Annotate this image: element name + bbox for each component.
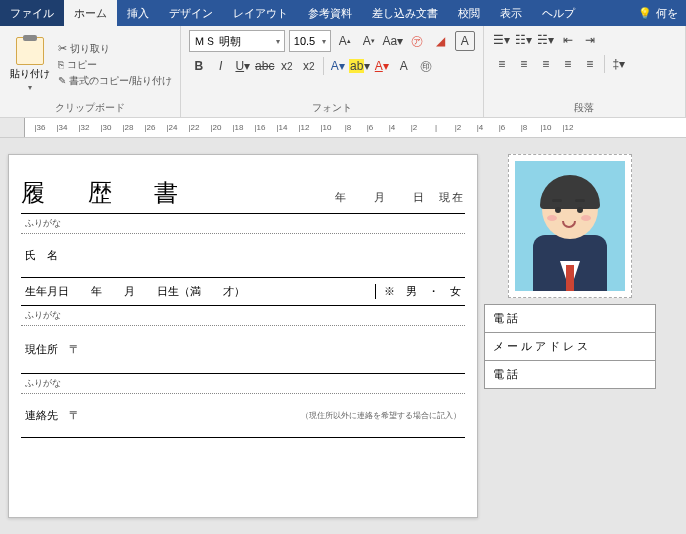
align-right-button[interactable]: ≡: [536, 54, 556, 74]
align-left-button[interactable]: ≡: [492, 54, 512, 74]
paste-button[interactable]: 貼り付け ▾: [8, 30, 52, 99]
decrease-indent-button[interactable]: ⇤: [558, 30, 578, 50]
contact-row: 連絡先 〒（現住所以外に連絡を希望する場合に記入）: [21, 394, 465, 438]
birth-row: 生年月日年月日生（満才） ※ 男 ・ 女: [21, 278, 465, 306]
tab-layout[interactable]: レイアウト: [223, 0, 298, 26]
document-area[interactable]: 履 歴 書 年 月 日 現在 ふりがな 氏 名 生年月日年月日生（満才） ※ 男…: [0, 138, 686, 534]
chevron-down-icon: ▾: [28, 83, 32, 92]
clipboard-label: クリップボード: [8, 99, 172, 115]
tab-design[interactable]: デザイン: [159, 0, 223, 26]
furigana-row-2: ふりがな: [21, 306, 465, 326]
multilevel-button[interactable]: ☵▾: [536, 30, 556, 50]
address-row: 現住所 〒: [21, 326, 465, 374]
tab-view[interactable]: 表示: [490, 0, 532, 26]
furigana-row-3: ふりがな: [21, 374, 465, 394]
align-center-button[interactable]: ≡: [514, 54, 534, 74]
tab-file[interactable]: ファイル: [0, 0, 64, 26]
justify-button[interactable]: ≡: [558, 54, 578, 74]
brush-icon: ✎: [58, 75, 66, 86]
tab-mailings[interactable]: 差し込み文書: [362, 0, 448, 26]
char-border-button[interactable]: A: [455, 31, 475, 51]
group-font: ＭＳ 明朝▾ 10.5▾ A▴ A▾ Aa▾ ㋐ ◢ A B I U▾ abc …: [181, 26, 484, 117]
char-shading-button[interactable]: A: [394, 56, 414, 76]
tab-home[interactable]: ホーム: [64, 0, 117, 26]
group-clipboard: 貼り付け ▾ ✂切り取り ⎘コピー ✎書式のコピー/貼り付け クリップボード: [0, 26, 181, 117]
chevron-down-icon: ▾: [276, 37, 280, 46]
ribbon: 貼り付け ▾ ✂切り取り ⎘コピー ✎書式のコピー/貼り付け クリップボード Ｍ…: [0, 26, 686, 118]
mail-row: メールアドレス: [485, 333, 655, 361]
copy-button[interactable]: ⎘コピー: [58, 58, 172, 72]
group-paragraph: ☰▾ ☷▾ ☵▾ ⇤ ⇥ ≡ ≡ ≡ ≡ ≡ ‡▾ 段落: [484, 26, 686, 117]
paste-icon: [16, 37, 44, 65]
tel-row-2: 電話: [485, 361, 655, 388]
phonetic-guide-button[interactable]: ㋐: [407, 31, 427, 51]
increase-indent-button[interactable]: ⇥: [580, 30, 600, 50]
menu-tabs: ファイル ホーム 挿入 デザイン レイアウト 参考資料 差し込み文書 校閲 表示…: [0, 0, 686, 26]
tab-help[interactable]: ヘルプ: [532, 0, 585, 26]
clear-format-button[interactable]: ◢: [431, 31, 451, 51]
tell-me[interactable]: 💡何を: [630, 0, 686, 26]
text-effects-button[interactable]: A▾: [328, 56, 348, 76]
ruler[interactable]: |38|36|34|32|30|28|26|24|22|20|18|16|14|…: [0, 118, 686, 138]
font-color-button[interactable]: A▾: [372, 56, 392, 76]
scissors-icon: ✂: [58, 42, 67, 55]
tab-references[interactable]: 参考資料: [298, 0, 362, 26]
id-photo: [515, 161, 625, 291]
chevron-down-icon: ▾: [322, 37, 326, 46]
enclose-char-button[interactable]: ㊞: [416, 56, 436, 76]
grow-font-button[interactable]: A▴: [335, 31, 355, 51]
distribute-button[interactable]: ≡: [580, 54, 600, 74]
photo-frame[interactable]: [508, 154, 632, 298]
resume-date: 年 月 日 現在: [335, 190, 465, 205]
bullets-button[interactable]: ☰▾: [492, 30, 512, 50]
tab-insert[interactable]: 挿入: [117, 0, 159, 26]
format-painter-button[interactable]: ✎書式のコピー/貼り付け: [58, 74, 172, 88]
font-name-select[interactable]: ＭＳ 明朝▾: [189, 30, 285, 52]
bulb-icon: 💡: [638, 7, 652, 20]
change-case-button[interactable]: Aa▾: [383, 31, 403, 51]
furigana-row: ふりがな: [21, 214, 465, 234]
resume-title: 履 歴 書: [21, 177, 196, 209]
numbering-button[interactable]: ☷▾: [514, 30, 534, 50]
side-column: 電話 メールアドレス 電話: [484, 154, 656, 518]
tab-review[interactable]: 校閲: [448, 0, 490, 26]
contact-box[interactable]: 電話 メールアドレス 電話: [484, 304, 656, 389]
italic-button[interactable]: I: [211, 56, 231, 76]
cut-button[interactable]: ✂切り取り: [58, 42, 172, 56]
resume-page[interactable]: 履 歴 書 年 月 日 現在 ふりがな 氏 名 生年月日年月日生（満才） ※ 男…: [8, 154, 478, 518]
copy-icon: ⎘: [58, 59, 64, 70]
font-size-select[interactable]: 10.5▾: [289, 30, 331, 52]
name-row: 氏 名: [21, 234, 465, 278]
underline-button[interactable]: U▾: [233, 56, 253, 76]
font-label: フォント: [189, 99, 475, 115]
subscript-button[interactable]: x2: [277, 56, 297, 76]
line-spacing-button[interactable]: ‡▾: [609, 54, 629, 74]
paragraph-label: 段落: [492, 99, 677, 115]
highlight-button[interactable]: ab▾: [350, 56, 370, 76]
strike-button[interactable]: abc: [255, 56, 275, 76]
bold-button[interactable]: B: [189, 56, 209, 76]
tel-row: 電話: [485, 305, 655, 333]
superscript-button[interactable]: x2: [299, 56, 319, 76]
shrink-font-button[interactable]: A▾: [359, 31, 379, 51]
